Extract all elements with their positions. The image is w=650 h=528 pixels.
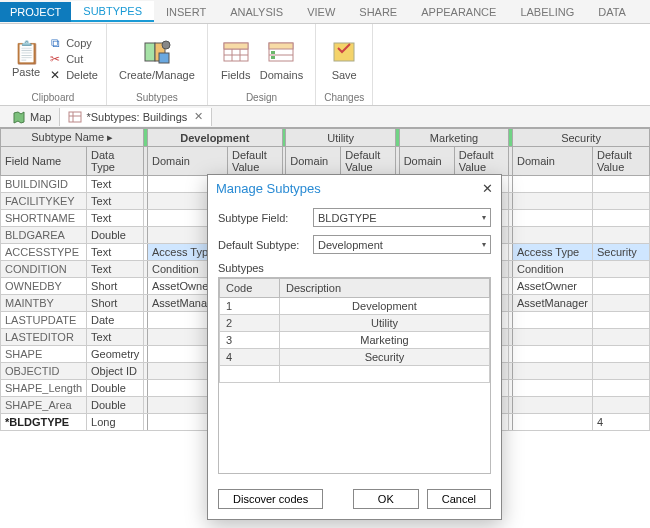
table-cell[interactable]: [592, 210, 649, 227]
cell-desc[interactable]: Marketing: [280, 332, 490, 349]
table-cell[interactable]: [513, 312, 593, 329]
table-cell[interactable]: [513, 397, 593, 414]
table-cell[interactable]: Text: [87, 329, 144, 346]
table-cell[interactable]: [592, 363, 649, 380]
table-cell[interactable]: [592, 278, 649, 295]
table-cell[interactable]: [513, 346, 593, 363]
table-cell[interactable]: [592, 176, 649, 193]
table-cell[interactable]: LASTEDITOR: [1, 329, 87, 346]
delete-button[interactable]: ✕ Delete: [48, 68, 98, 82]
table-cell[interactable]: Short: [87, 278, 144, 295]
col-default-3[interactable]: Default Value: [454, 147, 509, 176]
table-cell[interactable]: [592, 312, 649, 329]
table-cell[interactable]: SHAPE: [1, 346, 87, 363]
close-icon[interactable]: ✕: [191, 110, 203, 123]
table-cell[interactable]: [513, 380, 593, 397]
list-item[interactable]: 1Development: [220, 298, 490, 315]
table-cell[interactable]: [592, 397, 649, 414]
col-default-2[interactable]: Default Value: [341, 147, 396, 176]
cell-desc[interactable]: Security: [280, 349, 490, 366]
doc-tab-subtypes[interactable]: *Subtypes: Buildings ✕: [60, 108, 212, 126]
header-security[interactable]: Security: [513, 129, 650, 147]
table-cell[interactable]: Object ID: [87, 363, 144, 380]
list-item[interactable]: [220, 366, 490, 383]
tab-subtypes[interactable]: SUBTYPES: [71, 1, 154, 22]
tab-project[interactable]: PROJECT: [0, 2, 71, 22]
table-cell[interactable]: OBJECTID: [1, 363, 87, 380]
table-cell[interactable]: Double: [87, 380, 144, 397]
table-cell[interactable]: [513, 363, 593, 380]
table-cell[interactable]: Text: [87, 193, 144, 210]
table-cell[interactable]: SHORTNAME: [1, 210, 87, 227]
col-description[interactable]: Description: [280, 279, 490, 298]
domains-button[interactable]: Domains: [256, 28, 307, 90]
tab-view[interactable]: VIEW: [295, 2, 347, 22]
table-cell[interactable]: [592, 346, 649, 363]
table-cell[interactable]: [513, 227, 593, 244]
cut-button[interactable]: ✂ Cut: [48, 52, 98, 66]
table-cell[interactable]: Text: [87, 244, 144, 261]
cancel-button[interactable]: Cancel: [427, 489, 491, 509]
table-cell[interactable]: Text: [87, 176, 144, 193]
table-cell[interactable]: Double: [87, 227, 144, 244]
table-cell[interactable]: BUILDINGID: [1, 176, 87, 193]
table-cell[interactable]: MAINTBY: [1, 295, 87, 312]
save-button[interactable]: Save: [325, 28, 363, 90]
list-item[interactable]: 2Utility: [220, 315, 490, 332]
table-cell[interactable]: [592, 380, 649, 397]
table-cell[interactable]: [592, 295, 649, 312]
table-cell[interactable]: AssetOwner: [513, 278, 593, 295]
copy-button[interactable]: ⧉ Copy: [48, 36, 98, 50]
table-cell[interactable]: SHAPE_Length: [1, 380, 87, 397]
table-cell[interactable]: [513, 193, 593, 210]
table-cell[interactable]: Geometry: [87, 346, 144, 363]
cell-desc[interactable]: [280, 366, 490, 383]
cell-desc[interactable]: Utility: [280, 315, 490, 332]
create-manage-button[interactable]: Create/Manage: [115, 28, 199, 90]
list-item[interactable]: 4Security: [220, 349, 490, 366]
cell-code[interactable]: 1: [220, 298, 280, 315]
cell-desc[interactable]: Development: [280, 298, 490, 315]
table-cell[interactable]: [592, 227, 649, 244]
table-cell[interactable]: Security: [592, 244, 649, 261]
table-cell[interactable]: LASTUPDATE: [1, 312, 87, 329]
table-cell[interactable]: FACILITYKEY: [1, 193, 87, 210]
table-cell[interactable]: AssetManager: [513, 295, 593, 312]
table-cell[interactable]: [513, 329, 593, 346]
table-cell[interactable]: Text: [87, 210, 144, 227]
table-cell[interactable]: [592, 329, 649, 346]
table-cell[interactable]: Text: [87, 261, 144, 278]
paste-button[interactable]: 📋 Paste: [8, 38, 44, 80]
table-cell[interactable]: Condition: [513, 261, 593, 278]
col-data-type[interactable]: Data Type: [87, 147, 144, 176]
table-cell[interactable]: SHAPE_Area: [1, 397, 87, 414]
col-default-1[interactable]: Default Value: [227, 147, 282, 176]
table-cell[interactable]: Short: [87, 295, 144, 312]
dialog-close-icon[interactable]: ✕: [482, 181, 493, 196]
table-cell[interactable]: [513, 414, 593, 431]
table-cell[interactable]: [513, 176, 593, 193]
cell-code[interactable]: [220, 366, 280, 383]
default-subtype-dropdown[interactable]: Development ▾: [313, 235, 491, 254]
col-domain-3[interactable]: Domain: [399, 147, 454, 176]
table-cell[interactable]: Double: [87, 397, 144, 414]
subtype-field-dropdown[interactable]: BLDGTYPE ▾: [313, 208, 491, 227]
header-utility[interactable]: Utility: [286, 129, 396, 147]
tab-labeling[interactable]: LABELING: [508, 2, 586, 22]
tab-analysis[interactable]: ANALYSIS: [218, 2, 295, 22]
cell-code[interactable]: 4: [220, 349, 280, 366]
table-cell[interactable]: *BLDGTYPE: [1, 414, 87, 431]
col-domain-1[interactable]: Domain: [148, 147, 228, 176]
cell-code[interactable]: 3: [220, 332, 280, 349]
discover-codes-button[interactable]: Discover codes: [218, 489, 323, 509]
table-cell[interactable]: CONDITION: [1, 261, 87, 278]
col-domain-2[interactable]: Domain: [286, 147, 341, 176]
tab-appearance[interactable]: APPEARANCE: [409, 2, 508, 22]
table-cell[interactable]: [592, 261, 649, 278]
header-marketing[interactable]: Marketing: [399, 129, 509, 147]
table-cell[interactable]: ACCESSTYPE: [1, 244, 87, 261]
table-cell[interactable]: [592, 193, 649, 210]
cell-code[interactable]: 2: [220, 315, 280, 332]
tab-data[interactable]: DATA: [586, 2, 638, 22]
tab-share[interactable]: SHARE: [347, 2, 409, 22]
